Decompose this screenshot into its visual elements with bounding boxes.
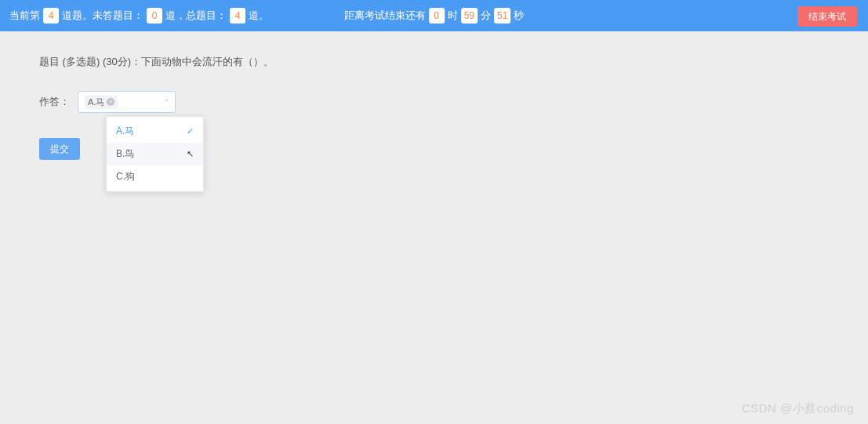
chevron-up-icon: ˄ <box>165 98 169 107</box>
hours-box: 0 <box>429 8 445 24</box>
current-suffix: 道题。未答题目： <box>62 9 143 23</box>
timer-prefix: 距离考试结束还有 <box>344 9 426 23</box>
content-area: 题目 (多选题) (30分)：下面动物中会流汗的有（）。 作答： A.马 × ˄… <box>0 31 868 183</box>
submit-button[interactable]: 提交 <box>39 138 80 160</box>
option-b[interactable]: B.鸟↖ <box>107 143 203 165</box>
seconds-box: 51 <box>494 8 510 24</box>
selected-tag-label: A.马 <box>88 96 104 108</box>
minutes-box: 59 <box>461 8 478 24</box>
current-prefix: 当前第 <box>9 9 40 23</box>
option-c-label: C.狗 <box>116 170 135 183</box>
current-question-number: 4 <box>43 8 59 24</box>
question-text: 题目 (多选题) (30分)：下面动物中会流汗的有（）。 <box>39 55 829 69</box>
answer-label: 作答： <box>39 95 70 109</box>
option-b-label: B.鸟 <box>116 147 134 161</box>
minutes-unit: 分 <box>481 9 491 23</box>
option-a-label: A.马 <box>116 125 134 138</box>
options-dropdown: A.马 ✓ B.鸟↖ C.狗 <box>106 116 204 192</box>
option-a[interactable]: A.马 ✓ <box>107 120 203 143</box>
watermark-text: CSDN @小蔡coding <box>742 401 854 416</box>
hours-unit: 时 <box>448 9 458 23</box>
top-bar: 当前第 4 道题。未答题目： 0 道，总题目： 4 道。 距离考试结束还有 0 … <box>0 0 868 31</box>
option-c[interactable]: C.狗 <box>107 165 203 188</box>
end-exam-button[interactable]: 结束考试 <box>797 6 857 27</box>
answer-select[interactable]: A.马 × ˄ <box>78 91 176 113</box>
total-suffix: 道。 <box>249 9 269 23</box>
unanswered-number: 0 <box>147 8 162 24</box>
seconds-unit: 秒 <box>514 9 524 23</box>
mid-text: 道，总题目： <box>165 9 227 23</box>
timer-info: 距离考试结束还有 0 时 59 分 51 秒 <box>344 8 525 24</box>
answer-row: 作答： A.马 × ˄ A.马 ✓ B.鸟↖ C.狗 <box>39 91 829 113</box>
progress-info: 当前第 4 道题。未答题目： 0 道，总题目： 4 道。 <box>9 8 269 24</box>
total-number: 4 <box>230 8 245 24</box>
selected-tag[interactable]: A.马 × <box>85 96 118 109</box>
tag-close-icon[interactable]: × <box>107 98 114 106</box>
check-icon: ✓ <box>187 126 194 136</box>
cursor-icon: ↖ <box>187 149 194 159</box>
